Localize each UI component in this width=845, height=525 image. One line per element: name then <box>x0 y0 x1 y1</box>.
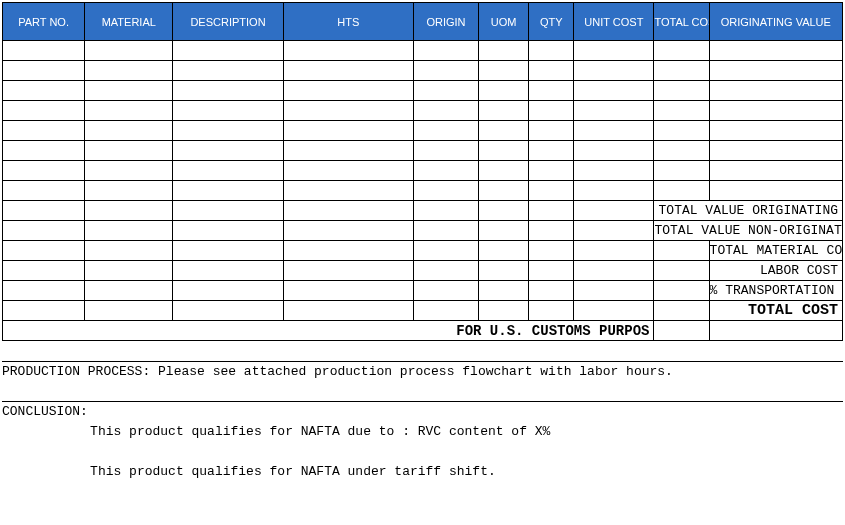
col-originating-value: ORIGINATING VALUE <box>709 3 842 41</box>
col-description: DESCRIPTION <box>173 3 283 41</box>
table-row <box>3 121 843 141</box>
col-hts: HTS <box>283 3 413 41</box>
checkbox-tariff-shift[interactable] <box>2 461 84 481</box>
col-qty: QTY <box>529 3 574 41</box>
col-unit-cost: UNIT COST <box>574 3 654 41</box>
conclusion-label: CONCLUSION: <box>2 401 843 421</box>
summary-row-transportation-cost: % TRANSPORTATION COST <box>3 281 843 301</box>
conclusion-line1-row: This product qualifies for NAFTA due to … <box>2 421 843 441</box>
table-row <box>3 181 843 201</box>
col-material: MATERIAL <box>85 3 173 41</box>
conclusion-line2: This product qualifies for NAFTA under t… <box>84 461 843 481</box>
label-transportation-cost: % TRANSPORTATION COST <box>709 281 842 301</box>
conclusion-label-row: CONCLUSION: <box>2 401 843 421</box>
production-process-text: PRODUCTION PROCESS: Please see attached … <box>2 361 710 381</box>
notes-table: PRODUCTION PROCESS: Please see attached … <box>2 341 843 481</box>
summary-row-labor-cost: LABOR COST <box>3 261 843 281</box>
table-row <box>3 61 843 81</box>
table-row <box>3 141 843 161</box>
nafta-worksheet-table: PART NO. MATERIAL DESCRIPTION HTS ORIGIN… <box>2 2 843 341</box>
header-row: PART NO. MATERIAL DESCRIPTION HTS ORIGIN… <box>3 3 843 41</box>
col-total-cost: TOTAL COST <box>654 3 709 41</box>
table-row <box>3 161 843 181</box>
label-total-cost: TOTAL COST <box>709 301 842 321</box>
label-total-value-non-originating: TOTAL VALUE NON-ORIGINATING <box>654 221 843 241</box>
label-total-material-cost: TOTAL MATERIAL COST <box>709 241 842 261</box>
production-process-row: PRODUCTION PROCESS: Please see attached … <box>2 361 843 381</box>
summary-row-originating: TOTAL VALUE ORIGINATING <box>3 201 843 221</box>
summary-row-total-cost: TOTAL COST <box>3 301 843 321</box>
table-row <box>3 41 843 61</box>
label-total-value-originating: TOTAL VALUE ORIGINATING <box>654 201 843 221</box>
conclusion-line1: This product qualifies for NAFTA due to … <box>84 421 843 441</box>
summary-row-material-cost: TOTAL MATERIAL COST <box>3 241 843 261</box>
table-row <box>3 101 843 121</box>
conclusion-line2-row: This product qualifies for NAFTA under t… <box>2 461 843 481</box>
summary-row-non-originating: TOTAL VALUE NON-ORIGINATING <box>3 221 843 241</box>
col-uom: UOM <box>479 3 529 41</box>
customs-purpose-text: FOR U.S. CUSTOMS PURPOS <box>413 321 654 341</box>
customs-row: FOR U.S. CUSTOMS PURPOS <box>3 321 843 341</box>
col-origin: ORIGIN <box>413 3 478 41</box>
col-part-no: PART NO. <box>3 3 85 41</box>
label-labor-cost: LABOR COST <box>709 261 842 281</box>
checkbox-rvc[interactable] <box>2 421 84 441</box>
table-row <box>3 81 843 101</box>
